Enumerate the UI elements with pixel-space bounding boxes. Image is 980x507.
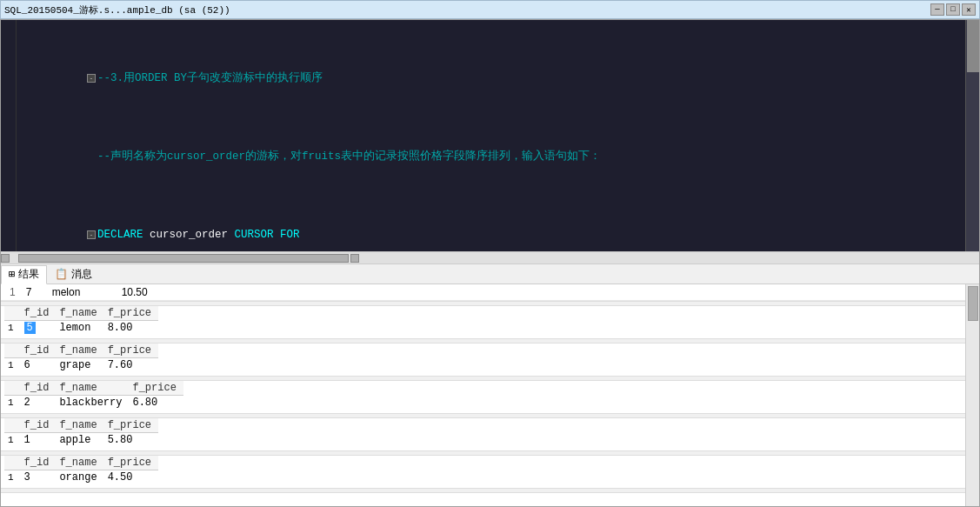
cell-fid: 1 bbox=[21, 433, 57, 448]
col-header-fname-1: f_name bbox=[56, 306, 103, 321]
cell-fid: 2 bbox=[21, 396, 57, 410]
col-header-fprice-4: f_price bbox=[104, 418, 158, 433]
result-table-3: f_id f_name f_price 1 2 blackberry 6.80 bbox=[4, 381, 183, 410]
restore-button[interactable]: □ bbox=[946, 3, 960, 16]
col-header-fprice-2: f_price bbox=[104, 344, 158, 358]
cell-fname: grape bbox=[56, 358, 103, 373]
cell-fname: orange bbox=[56, 470, 103, 485]
col-header-fid-5: f_id bbox=[21, 456, 57, 470]
results-wrapper: 1 7 melon 10.50 f_id f_name f_price bbox=[1, 284, 979, 506]
close-button[interactable]: ✕ bbox=[962, 3, 976, 16]
row-num: 1 bbox=[4, 321, 21, 336]
cell-fname: blackberry bbox=[56, 396, 129, 410]
result-table-4: f_id f_name f_price 1 1 apple 5.80 bbox=[4, 418, 158, 447]
col-header-empty bbox=[4, 306, 21, 321]
table-row: 1 2 blackberry 6.80 bbox=[4, 396, 183, 410]
col-header-fname-4: f_name bbox=[56, 418, 103, 433]
row-num: 1 bbox=[4, 358, 21, 373]
first-row-col1: 7 bbox=[21, 286, 47, 298]
editor-v-scrollbar[interactable] bbox=[965, 20, 979, 251]
tab-messages-label: 消息 bbox=[71, 267, 92, 282]
cell-fid: 5 bbox=[21, 321, 57, 336]
col-header-empty bbox=[4, 344, 21, 358]
first-row-col2: melon bbox=[47, 286, 117, 298]
table-row: 1 3 orange 4.50 bbox=[4, 470, 158, 485]
code-area[interactable]: ---3.用ORDER BY子句改变游标中的执行顺序 --声明名称为cursor… bbox=[17, 20, 965, 251]
results-scrollbar-thumb bbox=[968, 286, 978, 321]
messages-icon: 📋 bbox=[55, 268, 68, 281]
results-icon: ⊞ bbox=[9, 268, 15, 281]
result-table-5: f_id f_name f_price 1 3 orange 4.50 bbox=[4, 456, 158, 484]
minimize-button[interactable]: ─ bbox=[930, 3, 944, 16]
row-num: 1 bbox=[4, 470, 21, 485]
cell-fprice: 4.50 bbox=[104, 470, 158, 485]
tab-results-label: 结果 bbox=[18, 267, 39, 282]
first-row-num: 1 bbox=[4, 286, 21, 298]
col-header-fprice-3: f_price bbox=[129, 381, 183, 396]
first-row-col3: 10.50 bbox=[117, 286, 153, 298]
col-header-fid-4: f_id bbox=[21, 418, 57, 433]
cell-fname: apple bbox=[56, 433, 103, 448]
results-v-scrollbar[interactable] bbox=[965, 284, 979, 506]
col-header-fprice-5: f_price bbox=[104, 456, 158, 470]
results-content[interactable]: 1 7 melon 10.50 f_id f_name f_price bbox=[1, 284, 965, 506]
col-header-empty bbox=[4, 456, 21, 470]
result-table-1: f_id f_name f_price 1 5 lemon 8.00 bbox=[4, 306, 158, 335]
col-header-fname-2: f_name bbox=[56, 344, 103, 358]
row-num: 1 bbox=[4, 396, 21, 410]
col-header-fid-3: f_id bbox=[21, 381, 57, 396]
col-header-fprice-1: f_price bbox=[104, 306, 158, 321]
col-header-empty bbox=[4, 418, 21, 433]
cell-fprice: 8.00 bbox=[104, 321, 158, 336]
result-set-5: f_id f_name f_price 1 3 orange 4.50 bbox=[1, 456, 965, 484]
table-row: 1 1 apple 5.80 bbox=[4, 433, 158, 448]
col-header-empty bbox=[4, 381, 21, 396]
results-tabs: ⊞ 结果 📋 消息 bbox=[1, 264, 979, 284]
editor-h-scrollbar[interactable] bbox=[1, 251, 979, 264]
first-result-row: 1 7 melon 10.50 bbox=[1, 284, 965, 301]
cell-fid: 3 bbox=[21, 470, 57, 485]
result-set-2: f_id f_name f_price 1 6 grape 7.60 bbox=[1, 344, 965, 372]
table-row: 1 6 grape 7.60 bbox=[4, 358, 158, 373]
tab-results[interactable]: ⊞ 结果 bbox=[1, 265, 47, 284]
row-num: 1 bbox=[4, 433, 21, 448]
collapse-icon-2[interactable]: - bbox=[87, 230, 96, 239]
result-set-1: f_id f_name f_price 1 5 lemon 8.00 bbox=[1, 306, 965, 335]
collapse-icon-1[interactable]: - bbox=[87, 74, 96, 83]
col-header-fid-2: f_id bbox=[21, 344, 57, 358]
code-editor: ---3.用ORDER BY子句改变游标中的执行顺序 --声明名称为cursor… bbox=[1, 20, 979, 264]
col-header-fname-5: f_name bbox=[56, 456, 103, 470]
col-header-fid-1: f_id bbox=[21, 306, 57, 321]
result-separator-6 bbox=[1, 488, 965, 493]
cell-fname: lemon bbox=[56, 321, 103, 336]
cell-fprice: 7.60 bbox=[104, 358, 158, 373]
result-set-3: f_id f_name f_price 1 2 blackberry 6.80 bbox=[1, 381, 965, 410]
line-numbers bbox=[1, 20, 17, 251]
title-bar: SQL_20150504_游标.s...ample_db (sa (52)) ─… bbox=[0, 0, 980, 19]
cell-fprice: 5.80 bbox=[104, 433, 158, 448]
result-table-2: f_id f_name f_price 1 6 grape 7.60 bbox=[4, 344, 158, 372]
window-title: SQL_20150504_游标.s...ample_db (sa (52)) bbox=[4, 3, 230, 17]
cell-fid: 6 bbox=[21, 358, 57, 373]
tab-messages[interactable]: 📋 消息 bbox=[47, 264, 100, 284]
cell-fprice: 6.80 bbox=[129, 396, 183, 410]
result-set-4: f_id f_name f_price 1 1 apple 5.80 bbox=[1, 418, 965, 447]
table-row: 1 5 lemon 8.00 bbox=[4, 321, 158, 336]
col-header-fname-3: f_name bbox=[56, 381, 129, 396]
